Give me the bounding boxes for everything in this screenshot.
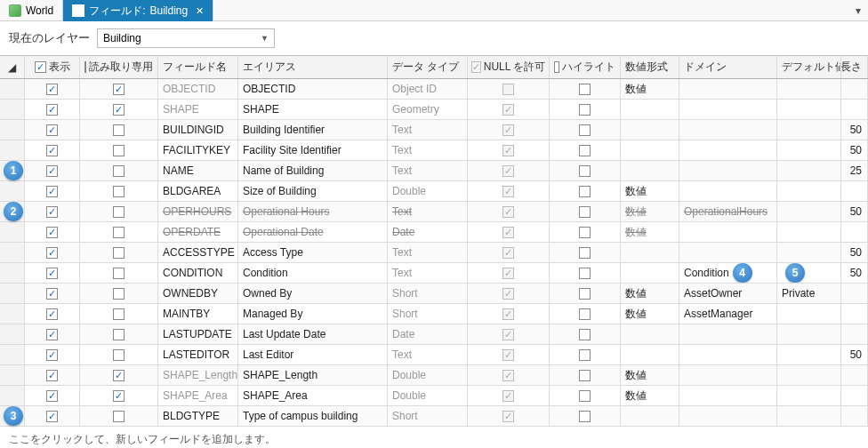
datatype-cell[interactable]: Short — [388, 304, 468, 324]
highlight-checkbox[interactable] — [579, 227, 591, 238]
col-readonly[interactable]: 読み取り専用 — [80, 56, 158, 78]
numformat-cell[interactable]: 数値 — [621, 79, 679, 99]
readonly-checkbox[interactable] — [113, 268, 125, 279]
datatype-cell[interactable]: Text — [388, 161, 468, 180]
default-cell[interactable] — [777, 243, 841, 262]
domain-cell[interactable] — [679, 243, 777, 262]
length-cell[interactable]: 50 — [841, 243, 868, 262]
corner-cell[interactable]: ◢ — [0, 56, 25, 78]
readonly-checkbox[interactable] — [113, 370, 125, 381]
alias-cell[interactable]: Operational Date — [238, 222, 388, 242]
datatype-cell[interactable]: Double — [388, 365, 468, 385]
table-row[interactable]: MAINTBY Managed By Short 数値 AssetManager — [0, 304, 868, 324]
length-cell[interactable]: 50 — [841, 120, 868, 140]
field-name-cell[interactable]: OPERHOURS — [158, 202, 238, 221]
visible-checkbox[interactable] — [46, 145, 58, 156]
row-handle[interactable] — [0, 386, 25, 405]
readonly-checkbox[interactable] — [113, 308, 125, 320]
row-handle[interactable] — [0, 365, 25, 385]
readonly-checkbox[interactable] — [113, 227, 125, 238]
numformat-cell[interactable] — [621, 140, 679, 160]
alias-cell[interactable]: Operational Hours — [238, 202, 388, 221]
field-name-cell[interactable]: ACCESSTYPE — [158, 243, 238, 262]
row-handle[interactable] — [0, 304, 25, 324]
table-row[interactable]: LASTEDITOR Last Editor Text 50 — [0, 345, 868, 365]
highlight-checkbox[interactable] — [579, 247, 591, 259]
field-name-cell[interactable]: SHAPE_Area — [158, 386, 238, 405]
numformat-cell[interactable] — [621, 120, 679, 140]
alias-cell[interactable]: SHAPE_Length — [238, 365, 388, 385]
domain-cell[interactable]: OperationalHours — [679, 202, 777, 221]
table-row[interactable]: 2 OPERHOURS Operational Hours Text 数値 Op… — [0, 202, 868, 222]
default-cell[interactable] — [777, 79, 841, 99]
alias-cell[interactable]: OBJECTID — [238, 79, 388, 99]
field-name-cell[interactable]: CONDITION — [158, 263, 238, 283]
add-field-prompt[interactable]: ここをクリックして、新しいフィールドを追加します。 — [0, 427, 868, 448]
alias-cell[interactable]: Last Editor — [238, 345, 388, 364]
table-row[interactable]: OPERDATE Operational Date Date 数値 — [0, 222, 868, 243]
numformat-cell[interactable] — [621, 100, 679, 119]
length-cell[interactable]: 50 — [841, 263, 868, 283]
domain-cell[interactable] — [679, 406, 777, 426]
table-row[interactable]: OWNEDBY Owned By Short 数値 AssetOwner Pri… — [0, 284, 868, 304]
length-cell[interactable] — [841, 304, 868, 324]
highlight-checkbox[interactable] — [579, 84, 591, 95]
field-name-cell[interactable]: SHAPE — [158, 100, 238, 119]
alias-cell[interactable]: Size of Building — [238, 181, 388, 201]
length-cell[interactable]: 50 — [841, 202, 868, 221]
table-row[interactable]: CONDITION Condition Text Condition4 5 50 — [0, 263, 868, 284]
default-cell[interactable] — [777, 202, 841, 221]
datatype-cell[interactable]: Text — [388, 263, 468, 283]
default-cell[interactable] — [777, 345, 841, 364]
col-visible[interactable]: 表示 — [25, 56, 80, 78]
alias-cell[interactable]: Access Type — [238, 243, 388, 262]
default-cell[interactable] — [777, 222, 841, 242]
length-cell[interactable] — [841, 79, 868, 99]
default-cell[interactable] — [777, 161, 841, 180]
field-name-cell[interactable]: NAME — [158, 161, 238, 180]
readonly-checkbox[interactable] — [113, 349, 125, 361]
numformat-cell[interactable]: 数値 — [621, 202, 679, 221]
domain-cell[interactable] — [679, 345, 777, 364]
highlight-checkbox[interactable] — [579, 145, 591, 156]
domain-cell[interactable] — [679, 181, 777, 201]
numformat-cell[interactable] — [621, 324, 679, 344]
col-domain[interactable]: ドメイン — [679, 56, 777, 78]
default-cell[interactable] — [777, 100, 841, 119]
datatype-cell[interactable]: Geometry — [388, 100, 468, 119]
length-cell[interactable] — [841, 365, 868, 385]
domain-cell[interactable]: AssetManager — [679, 304, 777, 324]
datatype-cell[interactable]: Double — [388, 181, 468, 201]
col-numformat[interactable]: 数値形式 — [621, 56, 679, 78]
visible-checkbox[interactable] — [46, 370, 58, 381]
numformat-cell[interactable]: 数値 — [621, 365, 679, 385]
domain-cell[interactable]: Condition4 — [679, 263, 777, 283]
datatype-cell[interactable]: Short — [388, 406, 468, 426]
numformat-cell[interactable]: 数値 — [621, 181, 679, 201]
field-name-cell[interactable]: BLDGTYPE — [158, 406, 238, 426]
field-name-cell[interactable]: OWNEDBY — [158, 284, 238, 303]
default-cell[interactable]: 5 — [777, 263, 841, 283]
col-fieldname[interactable]: フィールド名 — [158, 56, 238, 78]
highlight-checkbox[interactable] — [579, 308, 591, 320]
alias-cell[interactable]: Last Update Date — [238, 324, 388, 344]
readonly-checkbox[interactable] — [113, 247, 125, 259]
row-handle[interactable] — [0, 181, 25, 201]
length-cell[interactable] — [841, 406, 868, 426]
readonly-checkbox[interactable] — [113, 411, 125, 422]
readonly-checkbox[interactable] — [113, 84, 125, 95]
table-row[interactable]: BLDGAREA Size of Building Double 数値 — [0, 181, 868, 202]
row-handle[interactable] — [0, 243, 25, 262]
length-cell[interactable] — [841, 100, 868, 119]
col-length[interactable]: 長さ — [841, 56, 868, 78]
default-cell[interactable] — [777, 181, 841, 201]
col-null[interactable]: NULL を許可 — [468, 56, 550, 78]
visible-checkbox[interactable] — [46, 349, 58, 361]
alias-cell[interactable]: Building Identifier — [238, 120, 388, 140]
length-cell[interactable] — [841, 181, 868, 201]
alias-cell[interactable]: SHAPE — [238, 100, 388, 119]
table-row[interactable]: SHAPE SHAPE Geometry — [0, 100, 868, 120]
domain-cell[interactable] — [679, 324, 777, 344]
visible-checkbox[interactable] — [46, 227, 58, 238]
domain-cell[interactable] — [679, 365, 777, 385]
